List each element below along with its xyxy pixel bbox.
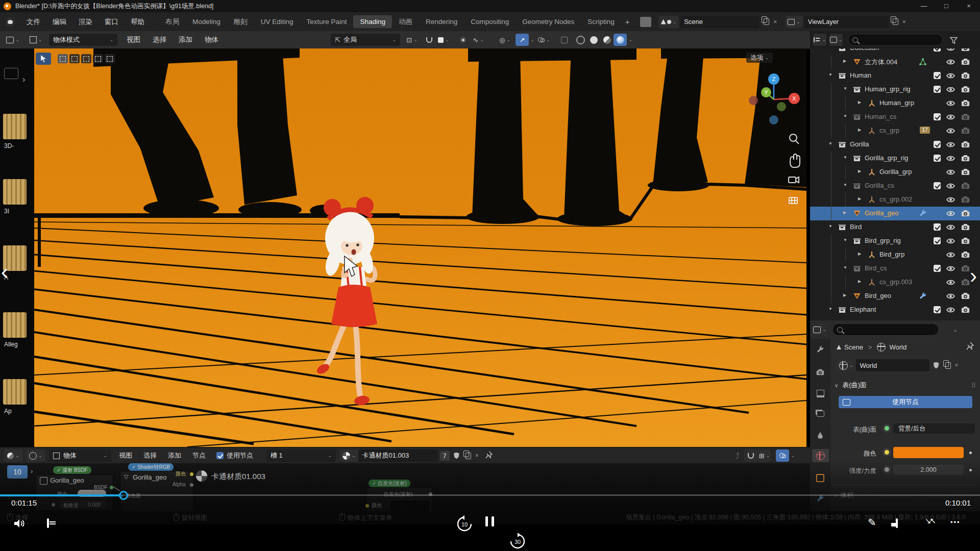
eye-icon[interactable] <box>946 293 955 299</box>
world-color-swatch[interactable] <box>893 447 964 458</box>
outliner-row[interactable]: ▼Human_cs <box>810 110 980 124</box>
shader-type-icon-button[interactable]: ⌄ <box>27 449 45 462</box>
shader-menu-item[interactable]: 视图 <box>113 451 138 460</box>
shading-solid-button[interactable] <box>587 34 600 46</box>
animate-color-dot[interactable] <box>969 452 972 454</box>
shader-menu-item[interactable]: 选择 <box>138 451 162 460</box>
sidebar-thumbnail[interactable] <box>3 114 27 139</box>
snap-target-button[interactable]: ⌄ <box>437 34 450 46</box>
collection-checkbox[interactable] <box>934 86 941 93</box>
viewlayer-browse-button[interactable]: ⌄ <box>785 16 803 28</box>
camera-icon[interactable] <box>961 210 970 217</box>
workspace-tab[interactable]: 雕刻 <box>227 15 254 29</box>
eye-icon[interactable] <box>946 196 955 203</box>
workspace-tab[interactable]: Geometry Nodes <box>516 15 581 28</box>
eye-icon[interactable] <box>946 252 955 258</box>
workspace-tab[interactable]: Texture Paint <box>300 15 354 28</box>
collection-checkbox[interactable] <box>934 265 941 272</box>
outliner-row[interactable]: ▶cs_grp17 <box>810 124 980 138</box>
shader-menu-item[interactable]: 节点 <box>187 451 211 460</box>
undo-arrow-icon[interactable]: ⤴ <box>736 452 740 460</box>
expander-icon[interactable]: ▼ <box>843 265 847 270</box>
shader-menu-item[interactable]: 添加 <box>162 451 187 460</box>
outliner-row[interactable]: ▼Gorilla_grp_rig <box>810 152 980 165</box>
sidebar-thumbnail[interactable] <box>3 179 27 205</box>
emission-color-swatch[interactable] <box>391 501 429 511</box>
chevron-down-icon[interactable]: ⌄ <box>953 327 958 333</box>
strength-field[interactable]: 2.000 <box>893 465 964 475</box>
properties-search-input[interactable] <box>832 323 939 336</box>
copy-material-icon[interactable] <box>465 453 471 459</box>
eye-icon[interactable] <box>946 307 955 313</box>
gizmo-toggle-button[interactable]: ↗ <box>516 34 529 46</box>
camera-icon[interactable] <box>961 58 970 65</box>
outliner-row[interactable]: ▼Human <box>810 69 980 83</box>
camera-icon[interactable] <box>961 48 970 52</box>
expander-icon[interactable]: ▼ <box>843 238 847 242</box>
camera-icon[interactable] <box>961 306 970 313</box>
eye-icon[interactable] <box>946 141 955 148</box>
outliner-row[interactable]: ▶cs_grp.003 <box>810 276 980 289</box>
tab-viewlayer[interactable] <box>814 407 827 420</box>
eye-icon[interactable] <box>946 224 955 231</box>
material-name-field[interactable]: 卡通材质01.003 <box>358 449 438 462</box>
outliner-row[interactable]: ▼Gorilla_cs <box>810 179 980 193</box>
add-workspace-button[interactable]: + <box>621 17 634 26</box>
eye-icon[interactable] <box>946 128 955 134</box>
camera-icon[interactable] <box>961 292 970 299</box>
eye-icon[interactable] <box>946 169 955 176</box>
volume-button[interactable] <box>13 518 26 530</box>
tab-output[interactable] <box>814 387 827 400</box>
emission-color-socket[interactable] <box>365 504 369 508</box>
breadcrumb-world[interactable]: World <box>889 343 906 351</box>
filter-funnel-icon[interactable] <box>950 37 957 43</box>
workspace-tab[interactable]: Modeling <box>186 15 227 28</box>
annotate-pencil-button[interactable]: ✎ <box>868 516 876 529</box>
color-output-socket[interactable] <box>190 472 193 476</box>
eye-icon[interactable] <box>946 155 955 162</box>
select-box-invert-button[interactable] <box>93 54 103 63</box>
minimize-button[interactable]: — <box>913 0 935 12</box>
outliner-row[interactable]: Collection <box>810 48 980 55</box>
camera-icon[interactable] <box>961 223 970 231</box>
menu-item[interactable]: 编辑 <box>46 17 72 27</box>
workspace-tab[interactable]: Compositing <box>464 15 516 28</box>
eye-icon[interactable] <box>946 59 955 65</box>
animate-strength-dot[interactable] <box>969 469 972 471</box>
mode-icon-button[interactable]: ⌄ <box>27 34 45 46</box>
subtitles-button[interactable] <box>47 519 49 527</box>
pin-id-icon[interactable] <box>966 342 974 352</box>
expander-icon[interactable]: ▼ <box>843 114 847 118</box>
prev-video-arrow[interactable]: ‹ <box>1 261 8 283</box>
camera-icon[interactable] <box>961 279 970 286</box>
shading-material-button[interactable] <box>600 34 614 46</box>
camera-icon[interactable] <box>961 113 970 120</box>
eye-icon[interactable] <box>946 183 955 189</box>
shading-wireframe-button[interactable] <box>574 34 587 46</box>
camera-icon[interactable] <box>961 99 970 107</box>
workspace-tab[interactable]: 布局 <box>159 15 186 29</box>
mode-dropdown[interactable]: 物体模式 ⌄ <box>49 34 117 46</box>
collection-checkbox[interactable] <box>934 155 941 162</box>
sidebar-thumbnail[interactable] <box>3 379 27 405</box>
node-snap-target-button[interactable]: ⊞⌄ <box>757 449 771 462</box>
collection-checkbox[interactable] <box>934 113 941 120</box>
workspace-tab[interactable]: Shading <box>353 15 392 28</box>
workspace-tab[interactable]: UV Editing <box>254 15 300 28</box>
alpha-output-socket[interactable] <box>190 483 193 487</box>
expander-icon[interactable]: ▶ <box>858 196 861 201</box>
eye-icon[interactable] <box>946 279 955 286</box>
outliner-row[interactable]: ▶cs_grp.002 <box>810 193 980 207</box>
outliner-row[interactable]: ▼Bird <box>810 220 980 234</box>
expander-icon[interactable]: ▼ <box>843 155 847 160</box>
camera-icon[interactable] <box>961 72 970 79</box>
copy-scene-icon[interactable] <box>764 18 769 25</box>
collection-checkbox[interactable] <box>934 72 941 79</box>
outliner-row[interactable]: ▼Bird_grp_rig <box>810 234 980 248</box>
exit-fullscreen-button[interactable]: ↘↖ <box>925 516 935 525</box>
outliner-id-filter-button[interactable]: ⌄ <box>829 34 843 46</box>
collection-checkbox[interactable] <box>934 48 941 52</box>
proportional-edit-button[interactable] <box>456 34 470 46</box>
visibility-dropdown[interactable]: ◎⌄ <box>498 34 511 46</box>
select-box-subtract-button[interactable] <box>81 54 91 63</box>
